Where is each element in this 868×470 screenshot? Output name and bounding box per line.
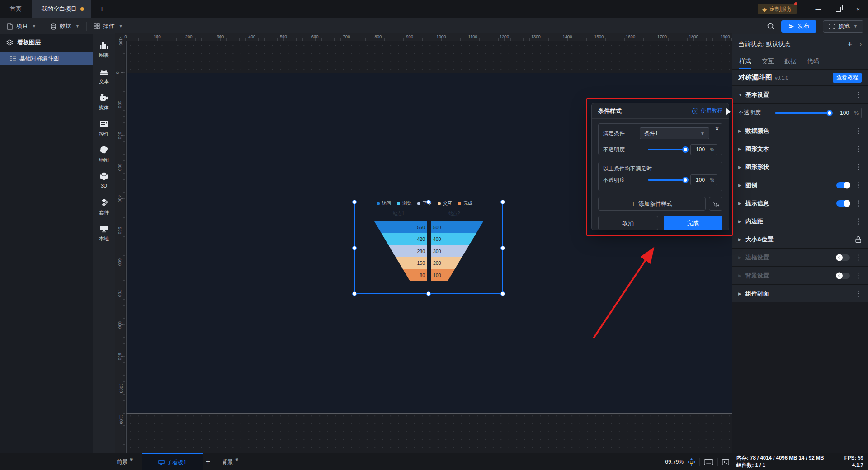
custom-service-badge[interactable]: ◆ 定制服务 <box>758 4 797 14</box>
toolbox-item-3d[interactable]: 3D <box>93 171 115 197</box>
more-options-icon[interactable] <box>855 273 862 279</box>
v-ruler-label: 1000 <box>119 383 124 393</box>
toolbox-item-kits[interactable]: 套件 <box>93 197 115 224</box>
more-options-icon[interactable] <box>855 291 862 297</box>
tab-code[interactable]: 代码 <box>807 57 819 69</box>
menu-data[interactable]: 数据▼ <box>43 22 87 31</box>
section-title: 提示信息 <box>745 199 836 207</box>
section-row[interactable]: ▶数据颜色 <box>732 122 868 140</box>
more-options-icon[interactable] <box>855 182 862 188</box>
menu-actions[interactable]: 操作▼ <box>87 22 130 31</box>
section-row[interactable]: ▶大小&位置 <box>732 230 868 248</box>
selection-handle[interactable] <box>426 291 431 296</box>
section-row[interactable]: ▶图形文本 <box>732 140 868 158</box>
add-foreground-icon[interactable]: ⊕ <box>130 457 133 461</box>
expand-arrow-icon: ▶ <box>738 183 745 188</box>
selection-box[interactable] <box>354 202 503 294</box>
add-board-button[interactable]: + <box>206 453 210 470</box>
section-row[interactable]: ▶组件封面 <box>732 284 868 302</box>
more-options-icon[interactable] <box>855 92 862 98</box>
selection-handle[interactable] <box>500 246 505 250</box>
window-close-button[interactable]: × <box>848 0 868 18</box>
view-tutorial-button[interactable]: 查看教程 <box>833 73 862 83</box>
layer-item-funnel[interactable]: 基础对称漏斗图 <box>0 52 93 65</box>
add-background-icon[interactable]: ⊕ <box>235 457 239 461</box>
toolbox-label: 媒体 <box>99 104 109 111</box>
toolbox-item-text[interactable]: 文本 <box>93 66 115 93</box>
legend-item[interactable]: 交互 <box>438 200 452 207</box>
panel-opacity-input[interactable]: 100% <box>835 108 862 118</box>
keyboard-shortcuts-icon[interactable] <box>704 459 713 465</box>
expand-arrow-icon: ▶ <box>738 219 745 224</box>
more-options-icon[interactable] <box>855 164 862 170</box>
more-options-icon[interactable] <box>855 128 862 134</box>
toolbox-item-map[interactable]: 地图 <box>93 145 115 171</box>
lock-icon[interactable] <box>855 236 862 243</box>
section-toggle[interactable] <box>836 182 850 188</box>
board-bottom-edge <box>126 413 732 414</box>
new-tab-button[interactable]: + <box>91 0 113 18</box>
expand-states-button[interactable]: › <box>860 41 862 47</box>
subboard-label: 子看板1 <box>166 459 186 466</box>
more-options-icon[interactable] <box>855 254 862 261</box>
section-toggle[interactable] <box>836 273 850 279</box>
vertical-ruler[interactable]: -100010020030040050060070080090010001100 <box>115 41 125 453</box>
panel-opacity-row: 不透明度100% <box>732 103 868 122</box>
section-row[interactable]: ▶背景设置 <box>732 266 868 284</box>
toolbox-item-charts[interactable]: 图表 <box>93 40 115 66</box>
section-row[interactable]: ▶图例 <box>732 176 868 194</box>
toolbox-item-media[interactable]: 媒体 <box>93 93 115 119</box>
section-expanded-row[interactable]: ▼基本设置 <box>732 85 868 103</box>
legend-dot-icon <box>458 202 461 205</box>
h-ruler-label: 500 <box>280 34 287 39</box>
subboard-tab[interactable]: 子看板1 <box>142 453 203 470</box>
horizontal-ruler[interactable]: 0100200300400500600700800900100011001200… <box>115 33 732 41</box>
section-title: 数据颜色 <box>745 127 850 135</box>
section-toggle[interactable] <box>836 254 850 261</box>
v-ruler-label: 800 <box>118 321 123 329</box>
panel-opacity-slider[interactable] <box>775 112 830 114</box>
foreground-tab[interactable]: 前景 ⊕ <box>111 453 139 470</box>
selection-handle[interactable] <box>352 246 357 250</box>
more-options-icon[interactable] <box>855 200 862 207</box>
legend-item[interactable]: 完成 <box>458 200 472 207</box>
search-icon[interactable] <box>767 22 775 30</box>
tab-data[interactable]: 数据 <box>784 57 797 69</box>
legend-item[interactable]: 浏览 <box>397 200 411 207</box>
h-ruler-label: 600 <box>311 34 319 39</box>
add-state-button[interactable]: + <box>848 39 853 49</box>
tab-interaction[interactable]: 交互 <box>762 57 774 69</box>
slider-knob[interactable] <box>826 110 833 116</box>
background-tab[interactable]: 背景 ⊕ <box>216 453 244 470</box>
fit-to-screen-icon[interactable] <box>688 458 695 466</box>
collapse-arrow-icon: ▼ <box>738 93 745 97</box>
selection-handle[interactable] <box>500 200 505 204</box>
preview-button[interactable]: 预览 ▼ <box>823 20 863 33</box>
window-maximize-button[interactable] <box>828 0 848 18</box>
section-row[interactable]: ▶内边距 <box>732 212 868 230</box>
legend-item[interactable]: 访问 <box>377 200 391 207</box>
more-options-icon[interactable] <box>855 146 862 152</box>
section-row[interactable]: ▶提示信息 <box>732 194 868 212</box>
selection-handle[interactable] <box>500 291 505 296</box>
menu-project[interactable]: 项目▼ <box>0 22 43 31</box>
window-minimize-button[interactable]: — <box>808 0 828 18</box>
toolbox-item-controls[interactable]: 控件 <box>93 119 115 145</box>
annotation-highlight-box <box>586 98 733 236</box>
selection-handle[interactable] <box>352 200 357 204</box>
tab-project[interactable]: 我的空白项目 <box>32 0 91 18</box>
more-options-icon[interactable] <box>855 218 862 225</box>
tab-home[interactable]: 首页 <box>0 0 32 18</box>
toolbox-item-local[interactable]: 本地 <box>93 224 115 250</box>
tab-style[interactable]: 样式 <box>739 57 751 69</box>
publish-button[interactable]: 发布 <box>781 20 816 33</box>
selection-handle[interactable] <box>426 200 431 204</box>
dialog-pointer-arrow <box>726 108 731 115</box>
selection-handle[interactable] <box>352 291 357 296</box>
section-row[interactable]: ▶图形形状 <box>732 158 868 176</box>
section-toggle[interactable] <box>836 200 850 207</box>
section-row[interactable]: ▶边框设置 <box>732 248 868 266</box>
v-ruler-label: 500 <box>118 227 123 234</box>
toolbox-label: 控件 <box>99 131 109 137</box>
console-icon[interactable] <box>722 459 729 465</box>
